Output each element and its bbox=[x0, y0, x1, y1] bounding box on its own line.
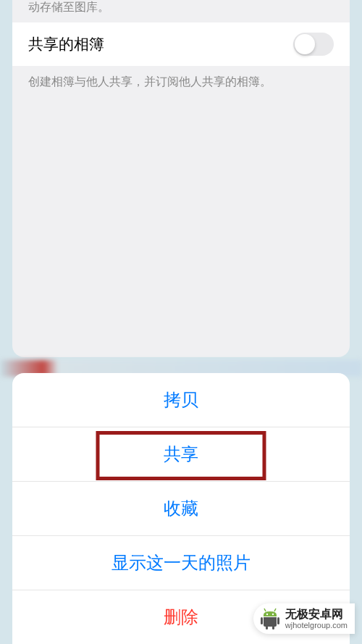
watermark: 无极安卓网 wjhotelgroup.com bbox=[253, 603, 355, 634]
toggle-knob bbox=[295, 34, 315, 54]
shared-album-label: 共享的相簿 bbox=[28, 34, 104, 54]
svg-line-2 bbox=[264, 609, 266, 611]
watermark-title: 无极安卓网 bbox=[285, 608, 348, 621]
action-favorite[interactable]: 收藏 bbox=[12, 482, 350, 536]
svg-rect-6 bbox=[266, 626, 268, 630]
svg-rect-5 bbox=[277, 617, 279, 624]
settings-card: 动存储至图库。 共享的相簿 创建相簿与他人共享，并订阅他人共享的相簿。 bbox=[12, 0, 350, 357]
android-icon bbox=[259, 608, 281, 630]
shared-album-description: 创建相簿与他人共享，并订阅他人共享的相簿。 bbox=[12, 66, 350, 99]
action-share-label: 共享 bbox=[164, 444, 198, 464]
watermark-url: wjhotelgroup.com bbox=[285, 621, 348, 630]
shared-album-row: 共享的相簿 bbox=[12, 22, 350, 66]
truncated-description: 动存储至图库。 bbox=[12, 0, 350, 22]
action-copy[interactable]: 拷贝 bbox=[12, 373, 350, 427]
svg-rect-7 bbox=[272, 626, 274, 630]
action-share[interactable]: 共享 bbox=[12, 427, 350, 482]
svg-point-0 bbox=[266, 614, 268, 615]
svg-line-3 bbox=[274, 609, 276, 611]
svg-rect-4 bbox=[261, 617, 263, 624]
watermark-text: 无极安卓网 wjhotelgroup.com bbox=[285, 608, 348, 630]
action-show-day-photos[interactable]: 显示这一天的照片 bbox=[12, 536, 350, 590]
shared-album-toggle[interactable] bbox=[293, 33, 334, 56]
svg-point-1 bbox=[272, 614, 274, 615]
